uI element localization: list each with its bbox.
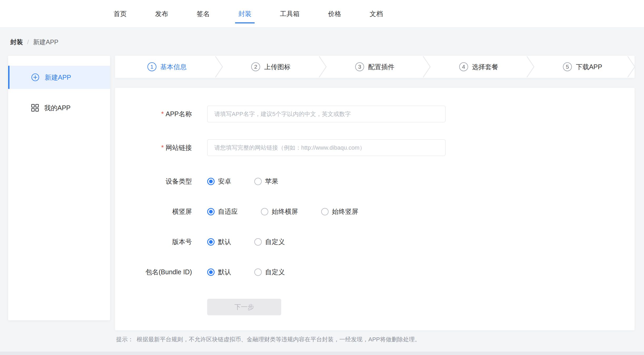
form-row-site-url: *网站链接 xyxy=(115,139,635,156)
radio-bundle-custom[interactable]: 自定义 xyxy=(254,268,285,276)
form-row-app-name: *APP名称 xyxy=(115,106,635,122)
step-arrow-icon xyxy=(422,56,432,78)
radio-label: 默认 xyxy=(218,237,231,246)
radio-selected-icon xyxy=(207,178,215,185)
step-arrow-icon xyxy=(318,56,328,78)
next-step-button[interactable]: 下一步 xyxy=(207,299,281,315)
step-label: 基本信息 xyxy=(160,63,187,71)
bundle-id-label: 包名(Bundle ID) xyxy=(115,268,192,276)
step-download-app: 5 下载APP xyxy=(531,56,635,78)
step-arrow-icon xyxy=(526,56,535,78)
sidebar-item-label: 新建APP xyxy=(45,73,71,82)
radio-label: 苹果 xyxy=(265,177,278,186)
step-arrow-icon xyxy=(214,56,224,78)
sidebar-item-new-app[interactable]: 新建APP xyxy=(8,66,110,89)
radio-version-default[interactable]: 默认 xyxy=(207,237,231,246)
sidebar: 新建APP 我的APP xyxy=(8,56,110,320)
device-type-options: 安卓 苹果 xyxy=(207,177,278,186)
form-row-version: 版本号 默认 自定义 xyxy=(115,234,635,250)
required-asterisk: * xyxy=(161,110,164,118)
radio-bundle-default[interactable]: 默认 xyxy=(207,268,231,276)
radio-icon xyxy=(261,208,268,215)
nav-tab-price[interactable]: 价格 xyxy=(325,9,344,23)
top-nav: 首页 发布 签名 封装 工具箱 价格 文档 xyxy=(0,0,644,28)
step-configure-plugins: 3 配置插件 xyxy=(323,56,427,78)
nav-tab-toolbox[interactable]: 工具箱 xyxy=(277,9,303,23)
radio-label: 自适应 xyxy=(218,207,238,216)
nav-tab-home[interactable]: 首页 xyxy=(110,9,130,23)
radio-label: 默认 xyxy=(218,268,231,276)
tip-prefix: 提示： xyxy=(116,336,133,343)
radio-icon xyxy=(254,268,262,276)
grid-icon xyxy=(31,104,39,112)
bundle-id-options: 默认 自定义 xyxy=(207,268,285,276)
tip-text: 根据最新平台规则，不允许区块链虚拟币、金融理财类等违规内容在平台封装，一经发现，… xyxy=(137,336,420,343)
nav-tab-package[interactable]: 封装 xyxy=(235,9,255,23)
step-label: 上传图标 xyxy=(264,63,290,71)
step-arrow-icon xyxy=(627,56,635,78)
plus-circle-icon xyxy=(31,73,39,82)
step-number-circle: 1 xyxy=(147,62,156,71)
radio-icon xyxy=(254,238,262,246)
radio-label: 自定义 xyxy=(265,268,285,276)
sidebar-item-label: 我的APP xyxy=(44,104,71,112)
step-label: 下载APP xyxy=(576,63,602,71)
sidebar-item-my-apps[interactable]: 我的APP xyxy=(8,96,110,119)
radio-label: 自定义 xyxy=(265,237,285,246)
platform-rule-tip: 提示： 根据最新平台规则，不允许区块链虚拟币、金融理财类等违规内容在平台封装，一… xyxy=(116,336,420,343)
breadcrumb: 封装 / 新建APP xyxy=(10,38,58,46)
app-packaging-page: 首页 发布 签名 封装 工具箱 价格 文档 封装 / 新建APP 新建APP xyxy=(0,0,644,355)
radio-version-custom[interactable]: 自定义 xyxy=(254,237,285,246)
radio-selected-icon xyxy=(207,268,215,276)
step-basic-info: 1 基本信息 xyxy=(115,56,219,78)
radio-selected-icon xyxy=(207,208,215,215)
basic-info-form: *APP名称 *网站链接 设备类型 安卓 xyxy=(115,88,635,330)
required-asterisk: * xyxy=(161,144,164,151)
breadcrumb-separator: / xyxy=(27,38,29,46)
app-name-label: *APP名称 xyxy=(115,110,192,118)
device-type-label: 设备类型 xyxy=(115,177,192,186)
site-url-input[interactable] xyxy=(207,139,445,156)
step-choose-plan: 4 选择套餐 xyxy=(427,56,531,78)
radio-selected-icon xyxy=(207,238,215,246)
radio-icon xyxy=(254,178,262,185)
step-number-circle: 2 xyxy=(251,62,260,71)
radio-label: 始终竖屏 xyxy=(332,207,358,216)
radio-icon xyxy=(321,208,329,215)
breadcrumb-current: 新建APP xyxy=(33,38,58,46)
radio-android[interactable]: 安卓 xyxy=(207,177,231,186)
version-label: 版本号 xyxy=(115,237,192,246)
radio-always-portrait[interactable]: 始终竖屏 xyxy=(321,207,358,216)
form-row-device-type: 设备类型 安卓 苹果 xyxy=(115,173,635,190)
site-url-label: *网站链接 xyxy=(115,143,192,152)
step-label: 选择套餐 xyxy=(472,63,498,71)
form-row-bundle-id: 包名(Bundle ID) 默认 自定义 xyxy=(115,264,635,280)
nav-tab-publish[interactable]: 发布 xyxy=(152,9,171,23)
radio-always-landscape[interactable]: 始终横屏 xyxy=(261,207,298,216)
wizard-steps: 1 基本信息 2 上传图标 3 配置插件 4 选择套餐 5 下载APP xyxy=(115,56,635,78)
version-options: 默认 自定义 xyxy=(207,237,285,246)
step-number-circle: 3 xyxy=(355,62,364,71)
nav-tab-sign[interactable]: 签名 xyxy=(194,9,213,23)
step-number-circle: 4 xyxy=(459,62,468,71)
app-name-input[interactable] xyxy=(207,106,445,122)
breadcrumb-root[interactable]: 封装 xyxy=(10,38,23,46)
radio-label: 安卓 xyxy=(218,177,231,186)
step-label: 配置插件 xyxy=(368,63,394,71)
nav-tab-docs[interactable]: 文档 xyxy=(366,9,386,23)
radio-ios[interactable]: 苹果 xyxy=(254,177,278,186)
orientation-label: 横竖屏 xyxy=(115,207,192,216)
step-upload-icon: 2 上传图标 xyxy=(219,56,323,78)
radio-auto-orientation[interactable]: 自适应 xyxy=(207,207,238,216)
radio-label: 始终横屏 xyxy=(272,207,298,216)
form-row-orientation: 横竖屏 自适应 始终横屏 始终竖屏 xyxy=(115,203,635,220)
footer-strip xyxy=(0,352,644,355)
step-number-circle: 5 xyxy=(563,62,572,71)
orientation-options: 自适应 始终横屏 始终竖屏 xyxy=(207,207,358,216)
